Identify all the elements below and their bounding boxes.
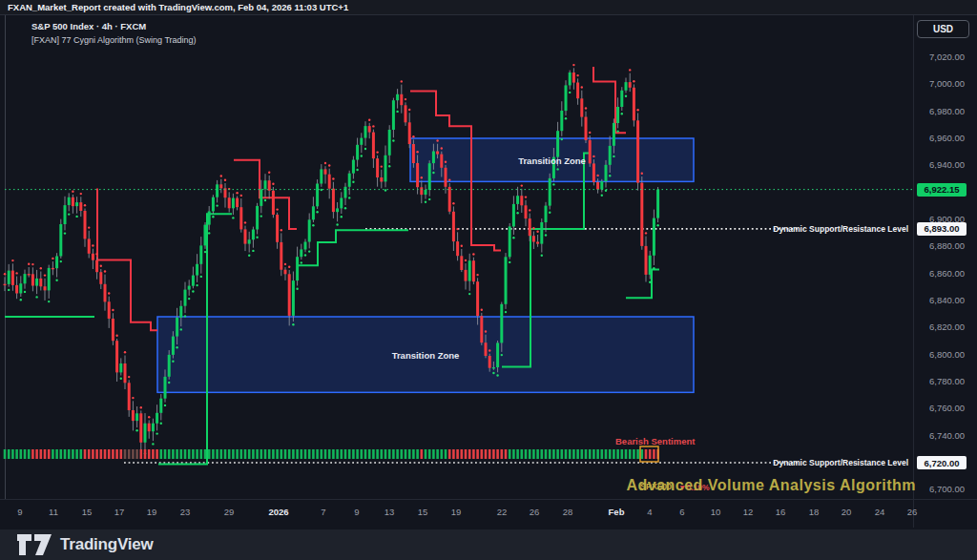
signal-dot-green bbox=[304, 254, 306, 256]
sentiment-bar bbox=[164, 449, 167, 459]
candle-body bbox=[388, 130, 391, 156]
signal-dot-green bbox=[48, 301, 50, 302]
candle-body bbox=[148, 424, 151, 432]
sentiment-bar bbox=[292, 449, 295, 459]
signal-dot-red bbox=[244, 221, 246, 223]
bearish-sentiment-label: Bearish Sentiment bbox=[615, 436, 695, 446]
signal-dot-red bbox=[645, 232, 647, 234]
signal-dot-green bbox=[348, 197, 350, 198]
signal-dot-green bbox=[565, 117, 567, 119]
sentiment-highlight-box bbox=[640, 446, 658, 462]
signal-dot-red bbox=[581, 86, 583, 88]
transition-zone-label-1: Transition Zone bbox=[392, 349, 460, 360]
attribution-bar: FXAN_Market_Report created with TradingV… bbox=[0, 0, 977, 15]
algo-line-green-2 bbox=[297, 230, 408, 265]
candle-body bbox=[312, 206, 315, 219]
sentiment-bar bbox=[284, 449, 287, 459]
signal-dot-green bbox=[120, 378, 122, 380]
candle-body bbox=[88, 239, 91, 253]
candle-body bbox=[589, 140, 592, 164]
signal-dot-green bbox=[212, 216, 214, 218]
tradingview-logo-text[interactable]: TradingView bbox=[60, 535, 154, 554]
candle-body bbox=[392, 100, 395, 130]
sentiment-bar bbox=[104, 449, 107, 459]
sentiment-bar bbox=[132, 449, 135, 459]
signal-dot-red bbox=[476, 274, 478, 276]
price-axis[interactable] bbox=[914, 15, 977, 499]
sentiment-bar bbox=[236, 449, 239, 459]
signal-dot-red bbox=[641, 173, 643, 175]
sentiment-bar bbox=[385, 449, 387, 459]
candle-body bbox=[412, 144, 415, 163]
candle-body bbox=[565, 85, 568, 111]
signal-dot-green bbox=[492, 372, 494, 374]
candle-body bbox=[540, 222, 543, 244]
sentiment-bar bbox=[301, 449, 303, 459]
candle-body bbox=[204, 225, 207, 246]
candle-body bbox=[640, 183, 643, 246]
signal-dot-red bbox=[288, 266, 290, 268]
signal-dot-red bbox=[80, 193, 82, 195]
candle-body bbox=[292, 280, 295, 316]
chart-canvas[interactable] bbox=[0, 0, 977, 560]
currency-toggle-button[interactable]: USD bbox=[917, 20, 969, 38]
algo-line-red-0 bbox=[97, 188, 157, 330]
sentiment-bar bbox=[272, 449, 275, 459]
sentiment-bar bbox=[601, 449, 604, 459]
sentiment-bar bbox=[296, 449, 299, 459]
signal-dot-red bbox=[372, 125, 374, 127]
sentiment-bar bbox=[364, 449, 367, 459]
candle-body bbox=[104, 284, 107, 302]
algo-line-green-4 bbox=[626, 269, 659, 298]
candle-body bbox=[55, 257, 58, 269]
sentiment-bar bbox=[252, 449, 255, 459]
signal-dot-red bbox=[112, 309, 114, 311]
sentiment-bar bbox=[465, 449, 468, 459]
sentiment-bar bbox=[95, 449, 98, 459]
sentiment-bar bbox=[196, 449, 198, 459]
candle-body bbox=[532, 236, 535, 241]
candle-body bbox=[199, 245, 202, 263]
transition-zone-box-1 bbox=[157, 317, 694, 392]
sentiment-bar bbox=[312, 449, 315, 459]
candle-body bbox=[132, 410, 135, 421]
candle-body bbox=[633, 88, 635, 121]
indicator-title[interactable]: [FXAN] 77 Cygni Algorithm (Swing Trading… bbox=[31, 35, 197, 45]
tradingview-logo-icon[interactable] bbox=[17, 534, 52, 555]
time-axis[interactable] bbox=[0, 500, 913, 528]
candle-body bbox=[576, 83, 579, 99]
candle-body bbox=[188, 286, 191, 290]
candle-body bbox=[465, 270, 468, 281]
sentiment-bar bbox=[616, 449, 619, 459]
signal-dot-green bbox=[609, 175, 611, 176]
signal-dot-green bbox=[252, 250, 254, 252]
candle-body bbox=[428, 163, 431, 190]
signal-dot-green bbox=[192, 290, 194, 292]
candle-body bbox=[168, 355, 171, 377]
sentiment-bar bbox=[172, 449, 175, 459]
candle-body bbox=[115, 341, 118, 372]
signal-dot-red bbox=[115, 335, 117, 337]
candle-body bbox=[75, 202, 78, 206]
signal-dot-green bbox=[156, 432, 157, 434]
signal-dot-red bbox=[276, 208, 278, 210]
transition-zone-box-0 bbox=[410, 138, 694, 181]
signal-dot-red bbox=[84, 204, 86, 206]
candle-body bbox=[344, 187, 347, 198]
signal-dot-green bbox=[208, 232, 210, 234]
signal-dot-green bbox=[135, 429, 137, 431]
sentiment-bar bbox=[496, 449, 499, 459]
sentiment-bar bbox=[124, 449, 127, 459]
candle-body bbox=[164, 377, 167, 399]
signal-dot-green bbox=[496, 374, 498, 376]
candle-body bbox=[119, 363, 122, 372]
signal-dot-green bbox=[425, 201, 426, 203]
sentiment-bar bbox=[512, 449, 515, 459]
candle-body bbox=[276, 215, 279, 242]
candle-body bbox=[552, 157, 555, 178]
sentiment-bar bbox=[569, 449, 572, 459]
sentiment-bar bbox=[20, 449, 23, 459]
candle-body bbox=[272, 191, 275, 215]
symbol-title[interactable]: S&P 500 Index · 4h · FXCM bbox=[31, 21, 197, 31]
sentiment-bar bbox=[549, 449, 551, 459]
